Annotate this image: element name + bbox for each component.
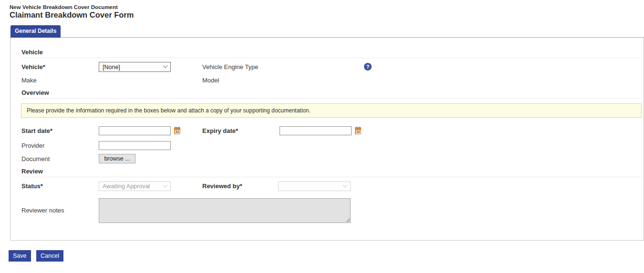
page-title: Claimant Breakdown Cover Form (10, 10, 134, 20)
reviewer-notes-textarea (99, 198, 351, 223)
help-icon[interactable]: ? (364, 63, 372, 71)
reviewed-by-label: Reviewed by* (202, 182, 242, 190)
breadcrumb: New Vehicle Breakdown Cover Document (10, 4, 118, 10)
browse-button[interactable]: browse ... (99, 154, 135, 163)
expiry-date-input[interactable] (280, 126, 352, 135)
calendar-icon[interactable]: 12 (355, 127, 361, 134)
provider-input[interactable] (99, 141, 171, 150)
chevron-down-icon (163, 63, 168, 68)
calendar-pin (176, 127, 177, 129)
reviewed-by-select (278, 182, 351, 191)
vehicle-engine-type-label: Vehicle Engine Type (202, 63, 259, 71)
calendar-icon[interactable]: 12 (174, 127, 180, 134)
section-heading-review: Review (21, 168, 641, 177)
calendar-pin (359, 127, 360, 129)
section-heading-vehicle: Vehicle (21, 49, 641, 58)
save-button[interactable]: Save (9, 250, 31, 262)
resize-grip-icon (345, 218, 350, 222)
chevron-down-icon (343, 182, 348, 187)
status-select-value: Awaiting Approval (103, 183, 150, 190)
start-date-label: Start date* (21, 127, 52, 134)
status-select: Awaiting Approval (99, 182, 171, 191)
calendar-pin (356, 127, 357, 129)
start-date-input[interactable] (99, 126, 171, 135)
calendar-pin (178, 127, 179, 129)
expiry-date-label: Expiry date* (202, 127, 238, 134)
tab-general-details[interactable]: General Details (10, 25, 61, 38)
reviewer-notes-label: Reviewer notes (21, 207, 64, 214)
calendar-day-number: 12 (175, 130, 180, 134)
vehicle-label: Vehicle* (21, 63, 45, 71)
vehicle-select[interactable]: [None] (99, 62, 171, 72)
vehicle-select-value: [None] (103, 64, 120, 71)
model-label: Model (202, 77, 219, 84)
cancel-button[interactable]: Cancel (36, 250, 63, 262)
status-label: Status* (21, 182, 43, 190)
make-label: Make (21, 77, 37, 84)
section-heading-overview: Overview (21, 89, 641, 99)
info-message-text: Please provide the information required … (27, 107, 311, 114)
info-message-box: Please provide the information required … (21, 103, 642, 118)
calendar-day-number: 12 (356, 130, 361, 134)
provider-label: Provider (21, 142, 44, 149)
chevron-down-icon (163, 182, 168, 187)
document-label: Document (21, 155, 50, 162)
